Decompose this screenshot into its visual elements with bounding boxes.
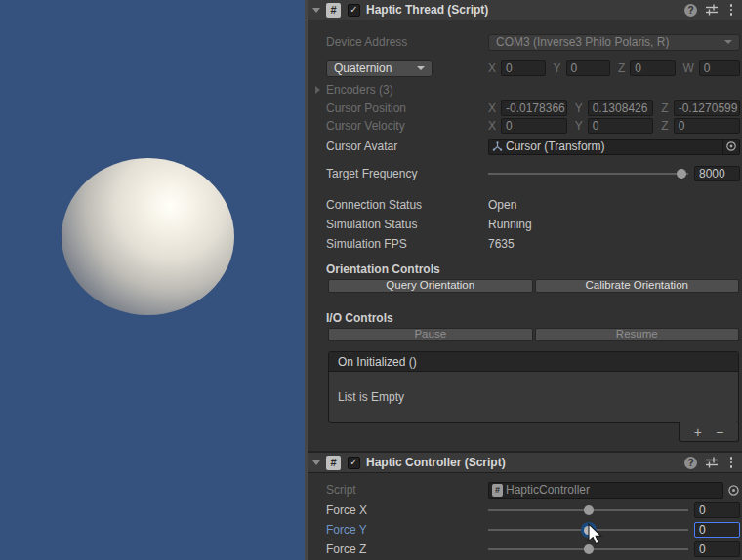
cursor-velocity-z-field: 0 [674,118,740,134]
device-address-dropdown: COM3 (Inverse3 Philo Polaris, R) [488,34,740,51]
component-header-haptic-controller[interactable]: # Haptic Controller (Script) [308,451,742,473]
target-frequency-field[interactable]: 8000 [694,166,740,181]
event-list-empty-text: List is Empty [329,372,738,422]
chevron-down-icon [417,66,425,70]
axis-label-z: Z [618,61,625,75]
cursor-position-label: Cursor Position [326,101,488,115]
mouse-cursor [586,523,605,546]
quaternion-x-field: 0 [501,60,545,76]
axis-label-w: W [683,61,694,75]
cursor-velocity-y-field: 0 [588,118,654,134]
simulation-status-value: Running [488,218,532,231]
sphere-object [62,158,234,315]
force-x-label: Force X [326,503,488,517]
io-buttons-row: Pause Resume [328,328,739,341]
kebab-menu-icon[interactable] [726,456,736,469]
event-list-header: On Initialized () [329,352,738,372]
on-initialized-event-list: On Initialized () List is Empty [328,351,739,423]
foldout-arrow-icon[interactable] [312,8,320,13]
force-x-slider[interactable] [488,502,688,518]
cursor-avatar-label: Cursor Avatar [326,140,488,153]
quaternion-y-field: 0 [566,60,610,76]
query-orientation-button[interactable]: Query Orientation [328,279,533,293]
axis-label-x: X [488,101,496,115]
axis-label-x: X [488,119,496,133]
kebab-menu-icon[interactable] [726,3,736,17]
slider-thumb[interactable] [677,169,686,179]
script-object-field: # HapticController [488,482,723,499]
script-label: Script [326,483,488,497]
component-title: Haptic Controller (Script) [366,456,506,469]
io-controls-header: I/O Controls [308,310,742,326]
simulation-status-row: Simulation Status Running [308,215,742,234]
force-z-field[interactable]: 0 [694,541,740,557]
force-z-label: Force Z [326,542,488,556]
connection-status-value: Open [488,198,516,212]
chevron-down-icon [724,40,732,44]
component-enabled-checkbox[interactable] [348,4,360,17]
add-event-button[interactable]: + [694,425,702,439]
force-y-label: Force Y [326,523,488,537]
connection-status-label: Connection Status [326,198,488,212]
cursor-velocity-x-field: 0 [501,118,567,134]
script-value: HapticController [506,483,722,497]
orientation-controls-header: Orientation Controls [308,261,742,277]
rotation-mode-dropdown[interactable]: Quaternion [326,60,433,77]
presets-icon[interactable] [705,3,719,17]
script-row: Script # HapticController [308,481,742,499]
pause-button: Pause [328,328,533,341]
simulation-fps-value: 7635 [488,237,515,251]
foldout-arrow-icon[interactable] [312,460,320,465]
game-viewport[interactable] [0,0,305,560]
script-asset-icon: # [492,484,503,497]
transform-icon [492,141,503,152]
rotation-mode-value: Quaternion [334,61,392,75]
axis-label-x: X [488,61,496,75]
axis-label-y: Y [575,101,583,115]
component-title: Haptic Thread (Script) [366,3,488,17]
axis-label-y: Y [554,61,561,75]
csharp-script-icon: # [326,456,341,470]
object-picker-icon[interactable] [727,484,740,497]
device-address-row: Device Address COM3 (Inverse3 Philo Pola… [308,33,742,51]
connection-status-row: Connection Status Open [308,195,742,215]
resume-button: Resume [535,328,740,341]
axis-label-z: Z [661,119,668,133]
cursor-velocity-row: Cursor Velocity X0 Y0 Z0 [308,117,742,135]
orientation-buttons-row: Query Orientation Calibrate Orientation [328,279,739,293]
rotation-mode-row: Quaternion X0 Y0 Z0 W0 [308,60,742,77]
foldout-collapsed-icon [315,86,320,94]
cursor-avatar-row: Cursor Avatar Cursor (Transform) [308,138,742,155]
simulation-fps-row: Simulation FPS 7635 [308,234,742,254]
simulation-status-label: Simulation Status [326,218,488,231]
calibrate-orientation-button[interactable]: Calibrate Orientation [535,279,740,293]
cursor-position-y-field: 0.1308426 [588,100,654,116]
unity-editor-window: # Haptic Thread (Script) Device Address … [0,0,742,560]
help-icon[interactable] [684,457,697,469]
component-enabled-checkbox[interactable] [348,457,360,469]
simulation-fps-label: Simulation FPS [326,237,488,251]
force-x-field[interactable]: 0 [694,502,740,518]
encoders-foldout: Encoders (3) [308,82,742,98]
cursor-position-z-field: -0.1270599 [674,100,740,116]
encoders-label: Encoders (3) [326,83,393,97]
cursor-avatar-object-field[interactable]: Cursor (Transform) [488,139,740,155]
device-address-label: Device Address [326,35,488,49]
component-header-haptic-thread[interactable]: # Haptic Thread (Script) [308,0,742,20]
axis-label-z: Z [661,101,668,115]
help-icon[interactable] [684,4,697,17]
cursor-velocity-label: Cursor Velocity [326,119,488,133]
csharp-script-icon: # [326,3,341,18]
force-x-row: Force X 0 [308,500,742,520]
presets-icon[interactable] [705,456,719,469]
axis-label-y: Y [575,119,583,133]
force-z-row: Force Z 0 [308,540,742,559]
quaternion-z-field: 0 [630,60,675,76]
inspector-panel: # Haptic Thread (Script) Device Address … [305,0,742,560]
target-frequency-slider[interactable] [488,166,688,181]
object-picker-icon[interactable] [722,140,739,154]
force-y-field[interactable]: 0 [694,522,740,538]
cursor-avatar-value: Cursor (Transform) [506,140,722,153]
slider-thumb[interactable] [584,505,594,515]
remove-event-button[interactable]: − [716,425,723,439]
